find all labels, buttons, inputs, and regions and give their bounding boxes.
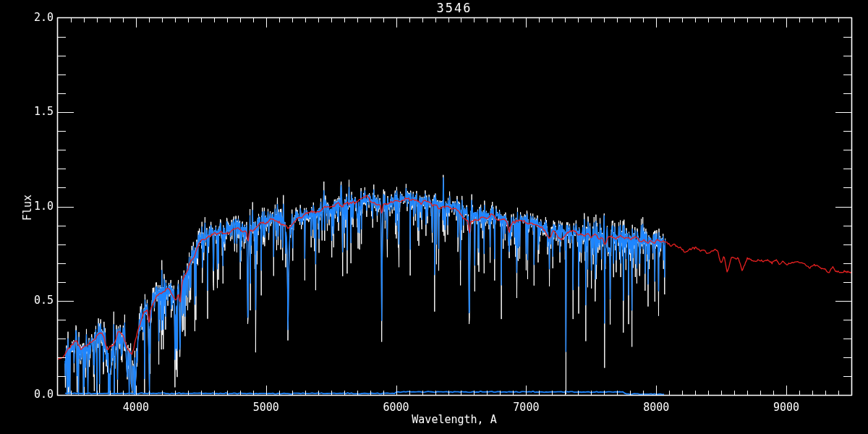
y-tick-label: 2.0 [34, 12, 54, 24]
x-tick-label: 9000 [773, 401, 799, 414]
x-tick-label: 6000 [383, 401, 409, 414]
y-axis-label: Flux [21, 195, 34, 221]
spectrum-plot-canvas [0, 0, 868, 434]
x-axis-label: Wavelength, A [412, 413, 496, 426]
spectrum-plot-window: 3546 Flux Wavelength, A 2.01.51.00.50.0 … [0, 0, 868, 434]
plot-title: 3546 [437, 1, 472, 15]
x-tick-label: 5000 [253, 401, 279, 414]
x-tick-label: 4000 [123, 401, 149, 414]
x-tick-label: 8000 [643, 401, 669, 414]
y-tick-label: 0.5 [34, 294, 54, 307]
y-tick-label: 1.5 [34, 106, 54, 118]
x-tick-label: 7000 [513, 401, 539, 414]
y-tick-label: 0.0 [34, 388, 54, 401]
y-tick-label: 1.0 [34, 200, 54, 213]
